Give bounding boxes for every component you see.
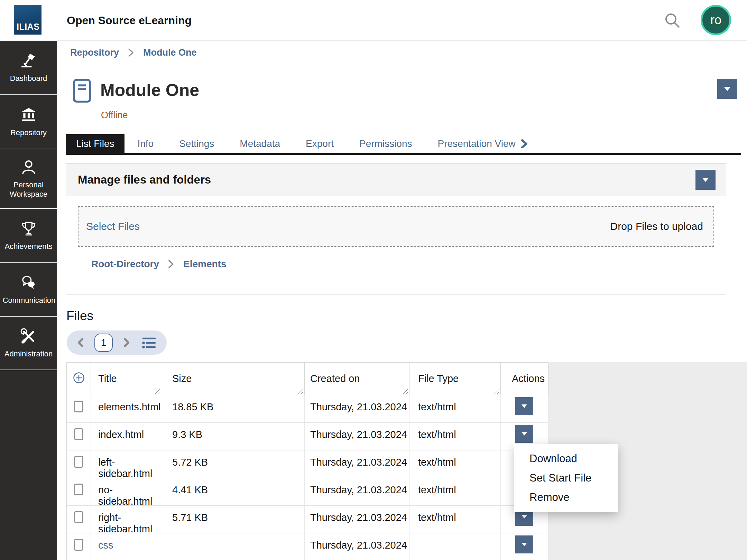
- file-created-on: Thursday, 21.03.2024: [305, 533, 409, 560]
- file-type: text/html: [409, 450, 501, 479]
- file-type: text/html: [409, 423, 501, 450]
- table-header-row: Title Size Created on File Type Actions: [67, 362, 548, 395]
- speech-bubbles-icon: [20, 274, 37, 291]
- row-checkbox[interactable]: [74, 456, 83, 468]
- tab-label: List Files: [76, 138, 114, 149]
- table-row: right-sidebar.html 5.71 KB Thursday, 21.…: [67, 506, 548, 533]
- files-heading: Files: [66, 309, 93, 323]
- page-title: Module One: [100, 80, 199, 100]
- column-header-file-type[interactable]: File Type: [409, 363, 501, 395]
- previous-page-button[interactable]: [77, 337, 84, 348]
- column-resize-handle[interactable]: [297, 387, 303, 394]
- column-header-size[interactable]: Size: [161, 363, 305, 395]
- sidebar-item-label: Communication: [3, 296, 55, 305]
- tab-export[interactable]: Export: [293, 134, 347, 153]
- tab-label: Info: [137, 138, 154, 149]
- column-resize-handle[interactable]: [402, 387, 408, 394]
- file-type: text/html: [409, 478, 501, 507]
- column-header-created-on[interactable]: Created on: [305, 363, 409, 395]
- row-actions-dropdown-button[interactable]: [515, 535, 533, 553]
- breadcrumb-elements[interactable]: Elements: [183, 259, 227, 270]
- top-bar: ILIAS Open Source eLearning ro: [0, 0, 747, 41]
- column-header-actions: Actions: [501, 363, 548, 395]
- caret-down-icon: [702, 178, 709, 182]
- avatar[interactable]: ro: [701, 5, 731, 35]
- row-checkbox[interactable]: [74, 539, 83, 551]
- chevron-right-icon: [168, 259, 174, 269]
- menu-item-remove[interactable]: Remove: [514, 488, 618, 507]
- file-title: elements.html: [91, 395, 161, 422]
- page-actions-dropdown-button[interactable]: [717, 79, 737, 99]
- column-resize-handle[interactable]: [493, 387, 499, 394]
- row-actions-dropdown-button[interactable]: [515, 425, 533, 443]
- menu-item-set-start-file[interactable]: Set Start File: [514, 468, 618, 488]
- tab-metadata[interactable]: Metadata: [227, 134, 293, 153]
- file-created-on: Thursday, 21.03.2024: [305, 450, 409, 479]
- search-button[interactable]: [663, 11, 681, 29]
- breadcrumb: Repository Module One: [57, 41, 747, 64]
- file-created-on: Thursday, 21.03.2024: [305, 395, 409, 422]
- row-checkbox[interactable]: [74, 511, 83, 523]
- breadcrumb-module-one[interactable]: Module One: [143, 47, 197, 58]
- tab-info[interactable]: Info: [124, 134, 166, 153]
- tools-icon: [20, 328, 37, 345]
- sidebar-item-repository[interactable]: Repository: [0, 95, 57, 149]
- list-icon: [140, 336, 156, 349]
- tab-list-files[interactable]: List Files: [66, 134, 124, 153]
- rows-per-page-button[interactable]: [140, 336, 156, 349]
- tab-presentation-view[interactable]: Presentation View: [425, 134, 541, 153]
- file-size: 4.41 KB: [161, 478, 305, 507]
- column-header-title[interactable]: Title: [91, 363, 161, 395]
- ilias-logo[interactable]: ILIAS: [14, 5, 42, 35]
- tab-settings[interactable]: Settings: [166, 134, 227, 153]
- caret-down-icon: [522, 432, 527, 436]
- status-badge: Offline: [101, 110, 128, 121]
- panel-header: Manage files and folders: [66, 164, 726, 196]
- chevron-right-icon: [520, 139, 528, 149]
- sidebar-item-communication[interactable]: Communication: [0, 263, 57, 317]
- panel-actions-dropdown-button[interactable]: [695, 170, 716, 190]
- trophy-icon: [20, 220, 37, 237]
- sidebar-item-label: Repository: [10, 128, 47, 138]
- next-page-button[interactable]: [123, 337, 130, 348]
- sidebar-item-label: Dashboard: [10, 74, 47, 83]
- bank-icon: [20, 106, 37, 124]
- row-checkbox[interactable]: [74, 484, 83, 495]
- sidebar-item-label: Administration: [4, 349, 53, 359]
- caret-down-icon: [724, 87, 731, 91]
- menu-item-download[interactable]: Download: [514, 449, 618, 468]
- tab-label: Permissions: [359, 138, 412, 149]
- files-table: Title Size Created on File Type Actions …: [66, 362, 548, 560]
- page-number-button[interactable]: 1: [94, 334, 113, 352]
- breadcrumb-repository[interactable]: Repository: [70, 47, 119, 58]
- file-size: 18.85 KB: [161, 395, 305, 422]
- row-actions-dropdown-button[interactable]: [515, 397, 533, 415]
- row-checkbox[interactable]: [74, 428, 83, 440]
- pagination-control: 1: [67, 330, 167, 355]
- folder-link[interactable]: css: [98, 540, 113, 551]
- sidebar-item-label: Personal Workspace: [3, 180, 55, 199]
- person-icon: [20, 159, 37, 176]
- avatar-initials: ro: [710, 13, 721, 27]
- row-checkbox[interactable]: [74, 401, 83, 412]
- sidebar-item-personal-workspace[interactable]: Personal Workspace: [0, 149, 57, 209]
- table-row: no-sidebar.html 4.41 KB Thursday, 21.03.…: [67, 478, 548, 506]
- column-resize-handle[interactable]: [153, 387, 160, 394]
- file-title: left-sidebar.html: [91, 450, 161, 479]
- file-dropzone[interactable]: Select Files Drop Files to upload: [78, 206, 714, 247]
- sidebar-item-achievements[interactable]: Achievements: [0, 209, 57, 263]
- main-sidebar: Dashboard Repository Personal Workspace: [0, 41, 57, 560]
- tab-label: Metadata: [240, 138, 280, 149]
- app-title: Open Source eLearning: [67, 0, 192, 41]
- drop-files-label: Drop Files to upload: [610, 221, 703, 232]
- file-type: [409, 533, 501, 560]
- caret-down-icon: [522, 404, 527, 408]
- tab-permissions[interactable]: Permissions: [347, 134, 425, 153]
- plus-circle-icon: [73, 372, 85, 384]
- sidebar-item-administration[interactable]: Administration: [0, 317, 57, 370]
- sidebar-item-dashboard[interactable]: Dashboard: [0, 41, 57, 95]
- select-all-control[interactable]: [67, 363, 91, 395]
- breadcrumb-root-directory[interactable]: Root-Directory: [91, 259, 159, 270]
- select-files-button[interactable]: Select Files: [86, 221, 140, 232]
- ilias-logo-text: ILIAS: [17, 22, 39, 32]
